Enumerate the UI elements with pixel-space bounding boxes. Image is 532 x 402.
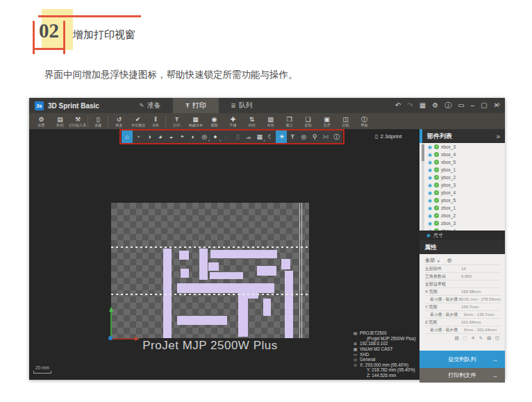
part-row[interactable]: ◉ ✓ zbox_4 [428,227,505,231]
toolbar-button[interactable]: Ŧ 打印 [167,116,186,127]
print-to-file-button[interactable]: 打印到文件 → [419,368,505,383]
chevron-down-icon[interactable]: ∨ [437,258,440,263]
toolbar-overflow-icon[interactable]: ≡ [497,101,501,108]
settings-icon[interactable]: ⚙ [432,102,438,109]
part-shape[interactable] [248,292,258,299]
link-icon[interactable]: ⋈ [320,131,331,143]
toolbar-button[interactable]: ◉ 视图 [205,116,224,127]
submit-to-queue-button[interactable]: 提交到队列 → [419,351,505,368]
part-row[interactable]: ◉ ✓ xbox_4 [428,151,505,158]
part-row[interactable]: ◉ ✓ xbox_3 [428,143,505,151]
zoom-icon[interactable]: ◎ [199,131,210,143]
view-bottom-icon[interactable]: ◒ [166,131,177,143]
tab-print[interactable]: Ŧ 打印 [173,98,219,113]
maximize-icon[interactable]: ▢ [481,102,487,109]
visibility-eye-icon[interactable]: ◉ [428,144,432,149]
part-shape[interactable] [281,259,290,269]
part-shape[interactable] [238,292,248,337]
visibility-eye-icon[interactable]: ◉ [428,206,432,210]
toolbar-button[interactable]: ✚ 平移 [224,116,242,127]
properties-footer-icons[interactable]: ▨ ⬚ ✛ ✎ ▤ ◫ [425,335,501,341]
part-shape[interactable] [210,272,243,279]
redo-icon[interactable]: ↷ [407,102,413,109]
part-row[interactable]: ◉ ✓ ybox_1 [428,166,505,174]
visibility-eye-icon[interactable]: ◉ [428,228,432,231]
help-icon[interactable]: ⓘ [444,102,451,109]
toolbar-button[interactable]: ❒ 窗口 [280,116,299,127]
shadow-icon[interactable]: ☾ [265,131,276,143]
scrollbar-thumb[interactable] [422,144,424,161]
toolbar-button[interactable]: ↺ 恢复 [110,116,128,127]
collapse-panel-icon[interactable]: » [496,133,500,140]
printhead-icon[interactable]: Ŧ [287,131,298,143]
part-shape[interactable] [181,269,189,278]
tab-prepare[interactable]: ✎ 准备 [127,98,173,113]
viewport[interactable]: ⌂◔◑◕◒◓◐◎●◌▯☁▦☾☀Ŧ◎⚲⋈ⓘ ▯ 2.3dprint ProJet … [29,129,419,380]
part-row[interactable]: ◉ ✓ ybox_3 [428,181,505,189]
undo-icon[interactable]: ↶ [395,102,401,109]
visibility-eye-icon[interactable]: ◉ [428,213,432,218]
visibility-eye-icon[interactable]: ◉ [428,167,432,172]
grid-view-icon[interactable]: ▦ [254,131,265,143]
part-shape[interactable] [285,271,293,338]
visibility-eye-icon[interactable]: ◉ [428,190,432,195]
toolbar-button[interactable]: ▤ 队列 [51,116,69,127]
magnify-part-icon[interactable]: ◎ [298,131,309,143]
toolbar-button[interactable]: ✔ 作业预估 [128,116,147,127]
toolbar-button[interactable]: ▧ 布局 [261,116,280,127]
part-shape[interactable] [263,299,271,316]
info-icon[interactable]: ⓘ [331,131,342,143]
visibility-eye-icon[interactable]: ◉ [428,160,432,165]
part-row[interactable]: ◉ ✓ zbox_1 [428,204,505,212]
layout-icon[interactable]: ▦ [419,102,426,109]
slice-view-icon[interactable]: ▯ [232,131,243,143]
part-shape[interactable] [179,251,189,260]
view-right-icon[interactable]: ◑ [144,131,155,143]
part-row[interactable]: ◉ ✓ zbox_2 [428,212,505,219]
filter-dropdown[interactable]: 全部 [425,257,435,264]
visibility-eye-icon[interactable]: ◉ [428,152,432,157]
brightness-icon[interactable]: ☀ [276,131,287,143]
part-shape[interactable] [177,316,227,325]
visibility-eye-icon[interactable]: ◉ [428,221,432,226]
toolbar-button[interactable]: ⚙ 设置 [32,116,51,127]
part-shape[interactable] [208,262,219,271]
tab-queue[interactable]: ≣ 队列 [219,98,265,113]
toolbar-button[interactable]: ▦ 构建排布 [186,116,205,127]
toolbar-button[interactable]: ◫ 比较 [336,116,355,127]
view-left-icon[interactable]: ◐ [188,131,199,143]
properties-gear-icon[interactable]: ⚙ [447,258,451,264]
dimension-eye-icon[interactable]: ◉ [426,233,431,238]
visibility-eye-icon[interactable]: ◉ [428,183,432,187]
part-row[interactable]: ◉ ✓ ybox_5 [428,196,505,204]
view-back-icon[interactable]: ◕ [155,131,166,143]
toolbar-button[interactable]: ⓘ 帮助 [355,116,374,127]
shaded-view-icon[interactable]: ● [210,131,221,143]
cloud-icon[interactable]: ☁ [243,131,254,143]
build-platform[interactable] [111,203,309,338]
part-row[interactable]: ◉ ✓ zbox_3 [428,219,505,227]
visibility-eye-icon[interactable]: ◉ [428,175,432,180]
part-row[interactable]: ◉ ✓ ybox_2 [428,174,505,181]
lamp-icon[interactable]: ⚲ [309,131,320,143]
toolbar-button[interactable]: ‖ 排队 [147,116,166,127]
wireframe-view-icon[interactable]: ◌ [221,131,232,143]
view-top-icon[interactable]: ◓ [176,131,188,143]
toolbar-button[interactable]: ▯ 新建 [90,116,108,127]
visibility-eye-icon[interactable]: ◉ [428,198,432,203]
toolbar-button[interactable]: ⚒ 打印机工具 [69,116,88,127]
part-shape[interactable] [199,249,208,280]
view-orbit-icon[interactable]: ◔ [133,131,144,143]
toolbar-button[interactable]: ⇅ 排列 [242,116,261,127]
minimize-icon[interactable]: – [471,102,475,109]
toolbar-button[interactable]: ❏ 复制 [299,116,317,127]
part-shape[interactable] [177,283,274,293]
part-shape[interactable] [257,266,276,276]
part-shape[interactable] [210,250,277,258]
display-icon[interactable]: ▭ [458,102,464,109]
home-view-icon[interactable]: ⌂ [122,131,133,143]
part-row[interactable]: ◉ ✓ ybox_4 [428,189,505,196]
part-row[interactable]: ◉ ✓ xbox_5 [428,158,505,166]
parts-footer[interactable]: ◉ 尺寸 [419,231,505,240]
toolbar-button[interactable]: ▣ 支撑 [317,116,336,127]
